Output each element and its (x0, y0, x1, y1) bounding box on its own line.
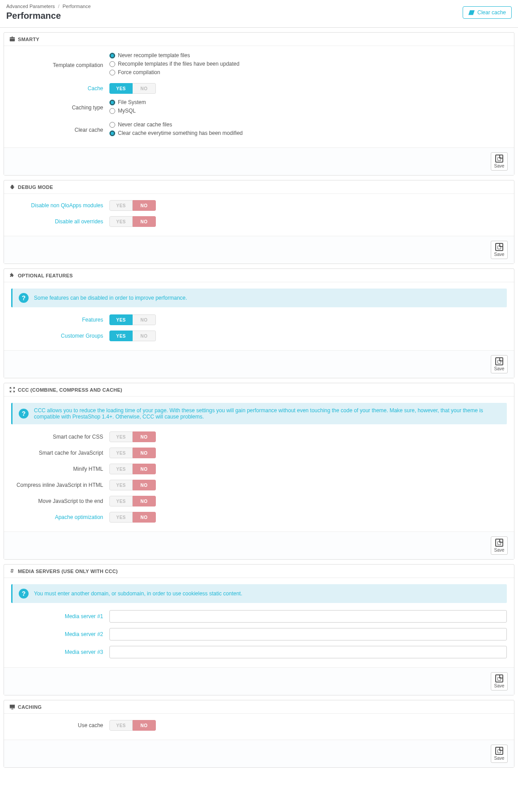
panel-heading-ccc: CCC (COMBINE, COMPRESS AND CACHE) (4, 383, 514, 397)
puzzle-icon (9, 272, 15, 278)
save-icon (495, 357, 503, 365)
toggle-apache[interactable]: YESNO (109, 512, 156, 523)
save-icon (495, 155, 503, 163)
toggle-move-js[interactable]: YESNO (109, 496, 156, 506)
desktop-icon (9, 704, 15, 710)
radio-filesystem[interactable]: File System (109, 99, 507, 105)
panel-heading-caching: CACHING (4, 700, 514, 714)
radio-force-compilation[interactable]: Force compilation (109, 69, 507, 75)
panel-heading-media: MEDIA SERVERS (USE ONLY WITH CCC) (4, 565, 514, 578)
label-apache[interactable]: Apache optimization (11, 514, 109, 520)
panel-smarty: SMARTY Template compilation Never recomp… (4, 32, 514, 176)
toggle-compress-js[interactable]: YESNO (109, 480, 156, 490)
save-icon (495, 539, 503, 547)
label-media3[interactable]: Media server #3 (11, 649, 109, 655)
panel-caching: CACHING Use cacheYESNO Save (4, 700, 514, 768)
label-disable-overrides[interactable]: Disable all overrides (11, 218, 109, 225)
save-button-ccc[interactable]: Save (491, 536, 508, 555)
save-button-optional[interactable]: Save (491, 355, 508, 373)
breadcrumb: Advanced Parameters / Performance (6, 4, 91, 9)
panel-heading-debug: DEBUG MODE (4, 180, 514, 194)
panel-heading-smarty: SMARTY (4, 33, 514, 46)
label-smart-css: Smart cache for CSS (11, 434, 109, 440)
save-button-smarty[interactable]: Save (491, 152, 508, 171)
save-button-caching[interactable]: Save (491, 745, 508, 763)
link-icon (9, 568, 15, 574)
bug-icon (9, 184, 15, 190)
clear-cache-button[interactable]: Clear cache (463, 6, 512, 19)
toggle-disable-non-qlo[interactable]: YESNO (109, 200, 156, 211)
briefcase-icon (9, 36, 15, 42)
label-media1[interactable]: Media server #1 (11, 613, 109, 619)
toggle-cache[interactable]: YES NO (109, 83, 156, 94)
save-icon (495, 243, 503, 251)
toggle-disable-overrides[interactable]: YESNO (109, 216, 156, 227)
alert-media: ? You must enter another domain, or subd… (11, 584, 507, 603)
label-media2[interactable]: Media server #2 (11, 631, 109, 637)
panel-debug: DEBUG MODE Disable non QloApps modules Y… (4, 180, 514, 264)
alert-optional: ? Some features can be disabled in order… (11, 289, 507, 307)
label-customer-groups[interactable]: Customer Groups (11, 333, 109, 339)
breadcrumb-parent[interactable]: Advanced Parameters (6, 4, 55, 9)
eraser-icon (468, 10, 475, 15)
save-button-media[interactable]: Save (491, 672, 508, 691)
label-disable-non-qlo[interactable]: Disable non QloApps modules (11, 202, 109, 209)
toggle-customer-groups[interactable]: YESNO (109, 331, 156, 341)
toggle-minify-html[interactable]: YESNO (109, 464, 156, 474)
radio-recompile-updated[interactable]: Recompile templates if the files have be… (109, 61, 507, 67)
page-header: Advanced Parameters / Performance Perfor… (0, 0, 518, 28)
label-move-js: Move JavaScript to the end (11, 498, 109, 504)
label-caching-type: Caching type (11, 105, 109, 111)
input-media2[interactable] (109, 628, 507, 640)
toggle-features[interactable]: YESNO (109, 314, 156, 325)
input-media3[interactable] (109, 646, 507, 658)
fullscreen-icon (9, 387, 15, 393)
panel-ccc: CCC (COMBINE, COMPRESS AND CACHE) ? CCC … (4, 383, 514, 560)
label-clear-cache: Clear cache (11, 127, 109, 133)
label-features[interactable]: Features (11, 317, 109, 323)
toggle-smart-css[interactable]: YESNO (109, 431, 156, 442)
toggle-use-cache[interactable]: YESNO (109, 720, 156, 731)
label-compress-js: Compress inline JavaScript in HTML (11, 482, 109, 488)
save-button-debug[interactable]: Save (491, 241, 508, 259)
radio-mysql[interactable]: MySQL (109, 108, 507, 114)
save-icon (495, 747, 503, 755)
label-minify-html: Minify HTML (11, 466, 109, 472)
breadcrumb-current: Performance (63, 4, 91, 9)
save-icon (495, 674, 503, 682)
radio-never-recompile[interactable]: Never recompile template files (109, 52, 507, 59)
input-media1[interactable] (109, 610, 507, 623)
label-template-compilation: Template compilation (11, 62, 109, 68)
panel-heading-optional: OPTIONAL FEATURES (4, 269, 514, 282)
label-use-cache: Use cache (11, 722, 109, 728)
info-icon: ? (19, 409, 29, 419)
radio-never-clear[interactable]: Never clear cache files (109, 121, 507, 128)
panel-media: MEDIA SERVERS (USE ONLY WITH CCC) ? You … (4, 564, 514, 695)
clear-cache-label: Clear cache (477, 9, 506, 16)
panel-optional: OPTIONAL FEATURES ? Some features can be… (4, 268, 514, 378)
toggle-smart-js[interactable]: YESNO (109, 448, 156, 458)
info-icon: ? (19, 293, 29, 303)
alert-ccc: ? CCC allows you to reduce the loading t… (11, 403, 507, 424)
label-cache[interactable]: Cache (11, 85, 109, 92)
radio-clear-modified[interactable]: Clear cache everytime something has been… (109, 130, 507, 136)
info-icon: ? (19, 589, 29, 599)
page-title: Performance (6, 11, 91, 21)
label-smart-js: Smart cache for JavaScript (11, 450, 109, 456)
